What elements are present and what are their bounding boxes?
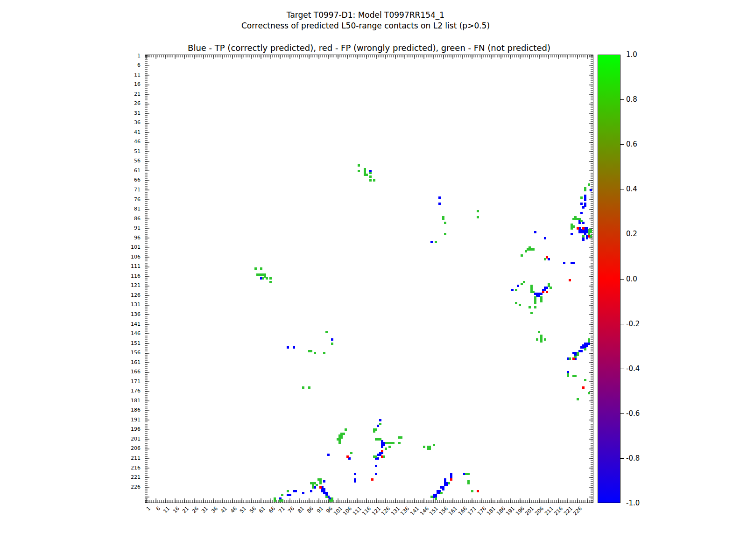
contact-point-fn <box>574 356 577 358</box>
colorbar-tick-label: 1.0 <box>626 50 637 59</box>
x-tick-label: 106 <box>342 505 353 517</box>
contact-point-tp <box>590 189 592 191</box>
x-tick-label: 56 <box>248 505 257 514</box>
left-major-ticks <box>145 55 149 503</box>
contact-point-tp <box>571 233 573 235</box>
contact-point-fp <box>319 486 322 489</box>
contact-point-fn <box>331 499 333 502</box>
y-tick-label: 206 <box>0 445 141 451</box>
colorbar-tick-mark <box>620 189 624 189</box>
x-tick-label: 116 <box>361 505 372 517</box>
x-tick-label: 16 <box>172 505 181 514</box>
colorbar-tick-mark <box>620 279 624 280</box>
contact-point-fn <box>316 484 318 486</box>
contact-point-fn <box>440 492 443 494</box>
figure-title-line2: Correctness of predicted L50-range conta… <box>0 21 731 30</box>
contact-point-fn <box>584 379 586 381</box>
contact-point-fn <box>444 233 446 235</box>
y-tick-label: 51 <box>0 148 141 154</box>
contact-point-fn <box>477 210 479 212</box>
contact-point-fn <box>269 277 272 280</box>
axes-title: Blue - TP (correctly predicted), red - F… <box>145 43 593 53</box>
y-tick-label: 16 <box>0 81 141 87</box>
contact-point-fp <box>582 227 585 230</box>
contact-point-fn <box>358 170 360 172</box>
contact-point-tp <box>511 289 514 291</box>
y-tick-label: 176 <box>0 388 141 394</box>
contact-point-fn <box>442 218 444 220</box>
colorbar-tick-mark <box>620 234 624 234</box>
colorbar-tick-label: -0.2 <box>626 320 640 328</box>
x-tick-label: 41 <box>219 505 228 514</box>
contact-point-fn <box>319 482 322 484</box>
y-tick-label: 121 <box>0 282 141 288</box>
contact-point-fn <box>287 490 289 492</box>
bottom-minor-ticks <box>145 500 593 503</box>
contact-point-fn <box>477 216 479 218</box>
right-major-ticks <box>589 55 593 503</box>
colorbar-tick-mark <box>620 369 624 369</box>
contact-point-fp <box>477 490 479 492</box>
contact-point-fn <box>281 499 283 502</box>
contact-point-fn <box>423 446 425 448</box>
contact-point-fn <box>385 448 387 450</box>
figure-title-line1: Target T0997-D1: Model T0997RR154_1 <box>0 10 731 20</box>
contact-point-fn <box>308 386 310 389</box>
contact-point-fp <box>371 478 374 481</box>
x-tick-label: 66 <box>268 505 276 514</box>
contact-point-fn <box>369 172 372 174</box>
x-tick-label: 206 <box>534 505 545 517</box>
contact-point-tp <box>580 350 583 352</box>
contact-point-fn <box>544 258 546 260</box>
top-major-ticks <box>145 55 593 59</box>
contact-point-fn <box>312 486 314 489</box>
y-tick-label: 221 <box>0 474 141 480</box>
contact-point-fn <box>388 446 391 448</box>
contact-point-fn <box>444 222 446 224</box>
contact-point-fn <box>580 220 583 222</box>
contact-point-fn <box>310 350 312 352</box>
colorbar-tick-label: 0.2 <box>626 230 637 238</box>
y-tick-label: 146 <box>0 330 141 336</box>
contact-point-tp <box>375 465 377 467</box>
contact-point-fn <box>525 250 527 252</box>
contact-point-fn <box>254 267 257 270</box>
contact-point-tp <box>354 480 356 483</box>
contact-point-fn <box>435 241 437 243</box>
contact-point-fn <box>588 340 590 343</box>
y-tick-label: 91 <box>0 225 141 231</box>
x-tick-label: 111 <box>352 505 363 517</box>
x-tick-label: 31 <box>200 505 209 514</box>
y-tick-label: 171 <box>0 378 141 385</box>
colorbar-tick-mark <box>620 99 624 100</box>
contact-point-fn <box>544 338 546 341</box>
y-tick-label: 21 <box>0 91 141 97</box>
contact-point-fn <box>588 392 590 394</box>
y-tick-label: 216 <box>0 465 141 471</box>
y-tick-label: 61 <box>0 168 141 174</box>
contact-point-fn <box>358 164 360 167</box>
contact-point-fn <box>379 438 381 441</box>
x-tick-label: 191 <box>505 505 516 517</box>
x-tick-label: 36 <box>210 505 219 514</box>
contact-point-fn <box>350 452 352 454</box>
y-tick-label: 66 <box>0 177 141 183</box>
y-tick-label: 111 <box>0 263 141 269</box>
contact-point-fp <box>577 227 579 230</box>
contact-point-tp <box>582 206 585 209</box>
y-tick-label: 196 <box>0 426 141 432</box>
y-tick-label: 141 <box>0 321 141 327</box>
contact-point-fn <box>373 430 375 433</box>
colorbar-tick-mark <box>620 324 624 324</box>
contact-point-fn <box>400 436 402 439</box>
y-tick-label: 71 <box>0 187 141 193</box>
contact-point-fn <box>530 312 533 314</box>
contact-point-fn <box>281 494 283 496</box>
x-tick-label: 201 <box>524 505 536 517</box>
y-tick-label: 106 <box>0 254 141 260</box>
bottom-major-ticks <box>145 498 593 503</box>
contact-point-fn <box>529 306 531 308</box>
contact-point-fn <box>519 304 521 306</box>
contact-point-tp <box>580 203 583 205</box>
colorbar-tick-label: -0.8 <box>626 454 640 462</box>
